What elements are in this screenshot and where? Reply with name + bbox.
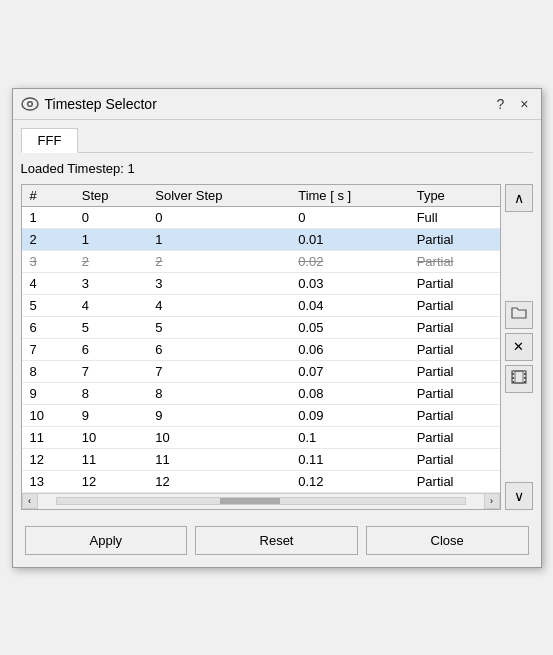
table-cell: 0.08 — [290, 382, 408, 404]
table-cell: 0.07 — [290, 360, 408, 382]
svg-rect-6 — [512, 381, 514, 383]
table-header-row: # Step Solver Step Time [ s ] Type — [22, 185, 500, 207]
table-cell: 11 — [22, 426, 74, 448]
table-cell: 0.06 — [290, 338, 408, 360]
table-cell: 0 — [74, 206, 147, 228]
col-header-step: Step — [74, 185, 147, 207]
timestep-selector-dialog: Timestep Selector ? × FFF Loaded Timeste… — [12, 88, 542, 568]
table-cell: 0.1 — [290, 426, 408, 448]
scroll-thumb[interactable] — [220, 498, 280, 504]
loaded-timestep-value: 1 — [127, 161, 134, 176]
table-cell: 3 — [147, 272, 290, 294]
timestep-table: # Step Solver Step Time [ s ] Type 1000F… — [22, 185, 500, 493]
table-cell: 12 — [22, 448, 74, 470]
table-cell: 6 — [147, 338, 290, 360]
scroll-up-button[interactable]: ∧ — [505, 184, 533, 212]
table-row[interactable]: 8770.07Partial — [22, 360, 500, 382]
table-cell: 8 — [147, 382, 290, 404]
table-cell: 2 — [22, 228, 74, 250]
help-button[interactable]: ? — [493, 96, 509, 112]
dialog-icon — [21, 95, 39, 113]
table-row[interactable]: 1312120.12Partial — [22, 470, 500, 492]
table-row[interactable]: 3220.02Partial — [22, 250, 500, 272]
film-button[interactable] — [505, 365, 533, 393]
svg-rect-10 — [515, 371, 523, 383]
reset-button[interactable]: Reset — [195, 526, 358, 555]
table-cell: 1 — [74, 228, 147, 250]
table-cell: 11 — [74, 448, 147, 470]
folder-button[interactable] — [505, 301, 533, 329]
table-cell: Partial — [409, 470, 500, 492]
table-cell: 0.12 — [290, 470, 408, 492]
table-cell: 0.04 — [290, 294, 408, 316]
table-cell: 6 — [22, 316, 74, 338]
table-scroll[interactable]: # Step Solver Step Time [ s ] Type 1000F… — [22, 185, 500, 493]
table-cell: 0.03 — [290, 272, 408, 294]
folder-icon — [511, 306, 527, 323]
table-cell: 1 — [22, 206, 74, 228]
delete-button[interactable]: ✕ — [505, 333, 533, 361]
table-cell: Partial — [409, 382, 500, 404]
table-cell: 0.09 — [290, 404, 408, 426]
table-row[interactable]: 5440.04Partial — [22, 294, 500, 316]
table-row[interactable]: 9880.08Partial — [22, 382, 500, 404]
tab-bar: FFF — [21, 128, 533, 153]
table-cell: Partial — [409, 448, 500, 470]
table-row[interactable]: 6550.05Partial — [22, 316, 500, 338]
scroll-up-icon: ∧ — [514, 190, 524, 206]
table-cell: 13 — [22, 470, 74, 492]
table-cell: 9 — [74, 404, 147, 426]
table-cell: Partial — [409, 316, 500, 338]
svg-rect-3 — [512, 371, 526, 383]
col-header-num: # — [22, 185, 74, 207]
table-row[interactable]: 2110.01Partial — [22, 228, 500, 250]
svg-rect-8 — [524, 377, 526, 379]
table-row[interactable]: 4330.03Partial — [22, 272, 500, 294]
button-row: Apply Reset Close — [21, 518, 533, 559]
title-buttons: ? × — [493, 96, 533, 112]
delete-icon: ✕ — [513, 339, 524, 354]
table-row[interactable]: 10990.09Partial — [22, 404, 500, 426]
svg-rect-5 — [512, 377, 514, 379]
scroll-right-button[interactable]: › — [484, 493, 500, 509]
svg-rect-4 — [512, 373, 514, 375]
horizontal-scrollbar[interactable]: ‹ › — [22, 493, 500, 509]
table-cell: 10 — [22, 404, 74, 426]
table-cell: Partial — [409, 272, 500, 294]
table-cell: 12 — [74, 470, 147, 492]
table-cell: 12 — [147, 470, 290, 492]
table-row[interactable]: 1110100.1Partial — [22, 426, 500, 448]
side-scroll-buttons: ∧ ✕ — [505, 184, 533, 510]
col-header-time: Time [ s ] — [290, 185, 408, 207]
loaded-timestep-row: Loaded Timestep: 1 — [21, 161, 533, 176]
scroll-left-button[interactable]: ‹ — [22, 493, 38, 509]
table-cell: 2 — [147, 250, 290, 272]
table-cell: 7 — [147, 360, 290, 382]
table-row[interactable]: 7660.06Partial — [22, 338, 500, 360]
table-cell: 9 — [147, 404, 290, 426]
table-cell: Partial — [409, 338, 500, 360]
table-row[interactable]: 1000Full — [22, 206, 500, 228]
table-cell: 9 — [22, 382, 74, 404]
scroll-down-button[interactable]: ∨ — [505, 482, 533, 510]
table-cell: 3 — [22, 250, 74, 272]
table-cell: 0.11 — [290, 448, 408, 470]
close-button[interactable]: Close — [366, 526, 529, 555]
table-cell: Partial — [409, 404, 500, 426]
table-cell: 2 — [74, 250, 147, 272]
table-cell: 10 — [74, 426, 147, 448]
table-cell: 10 — [147, 426, 290, 448]
dialog-body: FFF Loaded Timestep: 1 # Step Solver Ste… — [13, 120, 541, 567]
tab-fff[interactable]: FFF — [21, 128, 79, 153]
table-cell: 0 — [290, 206, 408, 228]
close-title-button[interactable]: × — [516, 96, 532, 112]
table-cell: Partial — [409, 426, 500, 448]
scroll-down-icon: ∨ — [514, 488, 524, 504]
table-cell: 0.05 — [290, 316, 408, 338]
table-area: # Step Solver Step Time [ s ] Type 1000F… — [21, 184, 533, 510]
apply-button[interactable]: Apply — [25, 526, 188, 555]
table-cell: 4 — [22, 272, 74, 294]
title-bar: Timestep Selector ? × — [13, 89, 541, 120]
table-cell: Full — [409, 206, 500, 228]
table-row[interactable]: 1211110.11Partial — [22, 448, 500, 470]
